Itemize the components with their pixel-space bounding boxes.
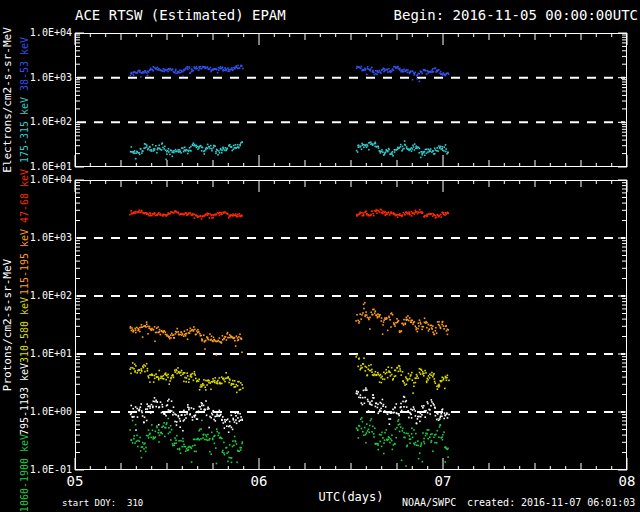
chart-title: ACE RTSW (Estimated) EPAM bbox=[75, 7, 286, 23]
plot-canvas bbox=[0, 0, 640, 512]
created-label: created: bbox=[467, 497, 515, 508]
y-tick-label: 1.0E+01 bbox=[28, 161, 72, 172]
x-tick-label: 07 bbox=[435, 473, 452, 489]
ace-epam-plot: ACE RTSW (Estimated) EPAM Begin: 2016-11… bbox=[0, 0, 640, 512]
y-tick-label: 1.0E+03 bbox=[28, 72, 72, 83]
protons-axis-label: Protons/cm2-s-sr-MeV bbox=[1, 259, 14, 391]
y-tick-label: 1.0E+04 bbox=[28, 27, 72, 38]
y-tick-label: 1.0E-01 bbox=[28, 464, 72, 475]
series-label-47-68-keV: 47-68 keV bbox=[19, 169, 30, 223]
series-label-1060-1900-keV: 1060-1900 keV bbox=[19, 434, 30, 512]
electrons-axis-label: Electrons/cm2-s-sr-MeV bbox=[1, 27, 14, 173]
created-timestamp: 2016-11-07 06:01:03 bbox=[521, 497, 635, 508]
begin-timestamp: Begin: 2016-11-05 00:00:00UTC bbox=[394, 7, 638, 23]
series-label-38-53-keV: 38-53 keV bbox=[19, 37, 30, 91]
y-tick-label: 1.0E+04 bbox=[28, 174, 72, 185]
series-label-175-315-keV: 175-315 keV bbox=[19, 97, 30, 163]
x-axis-title: UTC(days) bbox=[318, 490, 383, 504]
x-tick-label: 08 bbox=[619, 473, 636, 489]
y-tick-label: 1.0E+02 bbox=[28, 116, 72, 127]
x-tick-label: 06 bbox=[251, 473, 268, 489]
y-tick-label: 1.0E+01 bbox=[28, 348, 72, 359]
y-tick-label: 1.0E+02 bbox=[28, 290, 72, 301]
start-doy-label: start DOY: 310 bbox=[62, 498, 143, 508]
agency-label: NOAA/SWPC bbox=[402, 497, 456, 508]
y-tick-label: 1.0E+03 bbox=[28, 232, 72, 243]
series-label-795-1193-keV: 795-1193 keV bbox=[19, 363, 30, 435]
series-label-310-580-keV: 310-580 keV bbox=[19, 297, 30, 363]
y-tick-label: 1.0E+00 bbox=[28, 406, 72, 417]
series-label-115-195-keV: 115-195 keV bbox=[19, 229, 30, 295]
x-tick-label: 05 bbox=[67, 473, 84, 489]
